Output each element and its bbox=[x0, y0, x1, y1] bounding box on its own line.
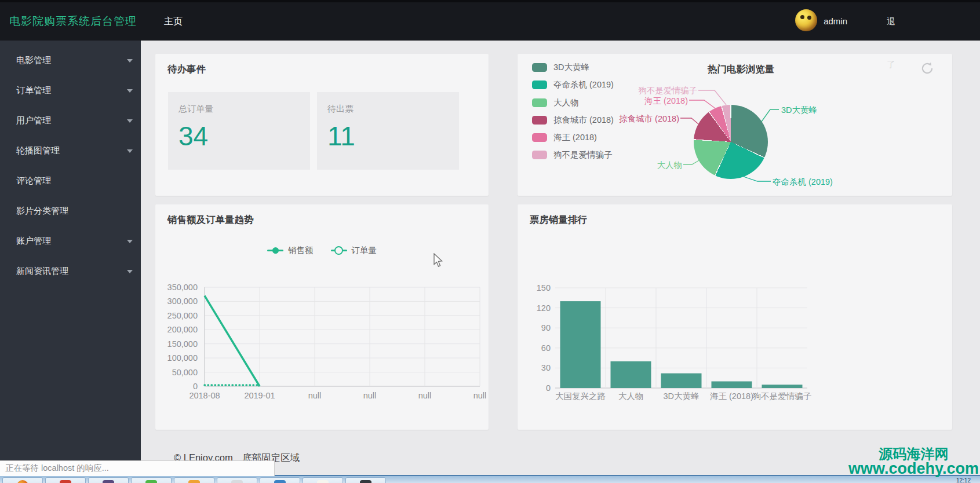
svg-text:30: 30 bbox=[541, 363, 551, 372]
nav-home-tab[interactable]: 主页 bbox=[164, 0, 183, 41]
chevron-down-icon bbox=[127, 119, 133, 123]
app-icon-green-glyph bbox=[145, 480, 157, 483]
legend-swatch bbox=[532, 116, 547, 125]
chevron-down-icon bbox=[127, 59, 133, 63]
svg-text:250,000: 250,000 bbox=[167, 311, 198, 320]
sidebar-item[interactable]: 用户管理 bbox=[0, 105, 141, 136]
todo-panel-title: 待办事件 bbox=[167, 63, 206, 76]
username: admin bbox=[824, 0, 847, 41]
bar-chart: 0306090120150大国复兴之路大人物3D大黄蜂海王 (2018)狗不是爱… bbox=[518, 204, 952, 430]
app-icon-red[interactable] bbox=[45, 477, 86, 483]
screen: 电影院购票系统后台管理 主页 admin 退了 电影管理订单管理用户管理轮播图管… bbox=[0, 0, 980, 483]
svg-text:300,000: 300,000 bbox=[167, 297, 198, 306]
legend-swatch bbox=[532, 80, 547, 89]
svg-text:0: 0 bbox=[546, 383, 551, 393]
stat-value: 11 bbox=[327, 120, 459, 152]
browser-icon[interactable] bbox=[2, 477, 43, 483]
box-office-panel: 票房销量排行 0306090120150大国复兴之路大人物3D大黄蜂海王 (20… bbox=[518, 204, 952, 430]
sidebar-item[interactable]: 订单管理 bbox=[0, 75, 141, 105]
sidebar-item[interactable]: 电影管理 bbox=[0, 45, 141, 75]
pie-legend-item[interactable]: 狗不是爱情骗子 bbox=[532, 151, 614, 159]
sidebar-item-label: 影片分类管理 bbox=[16, 206, 68, 215]
pie-legend-item[interactable]: 大人物 bbox=[532, 98, 614, 107]
legend-swatch bbox=[532, 133, 547, 142]
app-icon-dark-glyph bbox=[360, 480, 371, 483]
svg-text:大国复兴之路: 大国复兴之路 bbox=[555, 391, 606, 401]
svg-text:0: 0 bbox=[193, 382, 198, 391]
chevron-down-icon bbox=[127, 270, 133, 273]
pie-legend-item[interactable]: 3D大黄蜂 bbox=[532, 63, 614, 72]
sidebar-item[interactable]: 轮播图管理 bbox=[0, 136, 141, 166]
sidebar-item-label: 轮播图管理 bbox=[16, 145, 60, 155]
stat-value: 34 bbox=[178, 120, 310, 152]
svg-text:2019-01: 2019-01 bbox=[244, 391, 275, 400]
watermark-line2: www.codehy.com bbox=[848, 461, 979, 477]
app-icon-window-glyph bbox=[231, 480, 243, 483]
app-title: 电影院购票系统后台管理 bbox=[9, 0, 137, 41]
svg-text:90: 90 bbox=[541, 323, 551, 332]
svg-text:null: null bbox=[418, 391, 432, 400]
svg-text:海王 (2018): 海王 (2018) bbox=[710, 391, 753, 401]
watermark-line1: 源码海洋网 bbox=[848, 447, 979, 461]
browser-status-bar: 正在等待 localhost 的响应... bbox=[0, 460, 275, 476]
svg-text:3D大黄蜂: 3D大黄蜂 bbox=[663, 391, 699, 401]
top-navbar: 电影院购票系统后台管理 主页 admin 退了 bbox=[0, 0, 980, 41]
app-icon-dark[interactable] bbox=[345, 477, 386, 483]
app-icon-red-glyph bbox=[60, 480, 71, 483]
app-icon-window[interactable] bbox=[217, 477, 257, 483]
windows-taskbar: 12:12 bbox=[0, 475, 980, 483]
app-icon-purple[interactable] bbox=[88, 477, 129, 483]
browser-icon-glyph bbox=[17, 480, 28, 483]
sidebar-item-label: 评论管理 bbox=[16, 175, 51, 185]
sidebar-item[interactable]: 影片分类管理 bbox=[0, 196, 141, 226]
sidebar-item-label: 用户管理 bbox=[16, 115, 51, 125]
sales-trend-panel: 销售额及订单量趋势 销售额 订单量 050,000100,000150,0002… bbox=[155, 204, 489, 430]
stat-label: 待出票 bbox=[327, 104, 459, 115]
sidebar-item[interactable]: 新闻资讯管理 bbox=[0, 256, 141, 286]
logout-button[interactable]: 退了 bbox=[887, 0, 895, 41]
todo-panel: 待办事件 总订单量 34待出票 11 bbox=[155, 54, 489, 196]
status-text: 正在等待 localhost 的响应... bbox=[0, 461, 274, 475]
taskbar-icons bbox=[2, 477, 386, 483]
svg-text:350,000: 350,000 bbox=[167, 283, 198, 292]
chevron-down-icon bbox=[127, 89, 133, 93]
svg-text:60: 60 bbox=[541, 343, 551, 353]
sidebar-item-label: 新闻资讯管理 bbox=[16, 266, 68, 276]
pie-label: 掠食城市 (2018) bbox=[575, 114, 679, 125]
svg-text:大人物: 大人物 bbox=[618, 391, 644, 401]
pie-legend-item[interactable]: 夺命杀机 (2019) bbox=[532, 80, 614, 89]
sidebar-item-label: 电影管理 bbox=[16, 55, 51, 65]
pie-label: 3D大黄蜂 bbox=[781, 105, 817, 116]
svg-text:150,000: 150,000 bbox=[167, 339, 198, 349]
stat-card: 总订单量 34 bbox=[168, 92, 310, 170]
svg-text:狗不是爱情骗子: 狗不是爱情骗子 bbox=[753, 391, 812, 401]
sidebar-item[interactable]: 评论管理 bbox=[0, 166, 141, 196]
todo-stats: 总订单量 34待出票 11 bbox=[168, 92, 459, 170]
refresh-icon[interactable] bbox=[920, 61, 935, 76]
stat-card: 待出票 11 bbox=[317, 92, 459, 170]
stat-label: 总订单量 bbox=[178, 104, 310, 115]
avatar[interactable] bbox=[795, 9, 817, 31]
app-icon-blue[interactable] bbox=[260, 477, 300, 483]
pie-chart[interactable] bbox=[694, 105, 768, 179]
svg-text:null: null bbox=[363, 391, 377, 400]
svg-text:null: null bbox=[308, 391, 322, 400]
sidebar-item-label: 账户管理 bbox=[16, 236, 51, 246]
svg-text:50,000: 50,000 bbox=[172, 368, 198, 377]
svg-text:null: null bbox=[473, 391, 487, 400]
app-icon-orange-glyph bbox=[188, 480, 200, 483]
watermark: 源码海洋网 www.codehy.com bbox=[848, 447, 979, 477]
app-icon-orange[interactable] bbox=[174, 477, 214, 483]
app-icon-notepad[interactable] bbox=[303, 477, 343, 483]
svg-text:2018-08: 2018-08 bbox=[189, 391, 220, 400]
pie-label: 海王 (2018) bbox=[604, 96, 688, 107]
sidebar: 电影管理订单管理用户管理轮播图管理评论管理影片分类管理账户管理新闻资讯管理 bbox=[0, 41, 141, 460]
pie-legend-item[interactable]: 海王 (2018) bbox=[532, 133, 614, 142]
sidebar-item-label: 订单管理 bbox=[16, 85, 51, 95]
svg-text:200,000: 200,000 bbox=[167, 325, 198, 334]
legend-swatch bbox=[532, 98, 547, 107]
legend-swatch bbox=[532, 151, 547, 159]
app-icon-green[interactable] bbox=[131, 477, 172, 483]
chevron-down-icon bbox=[127, 149, 133, 153]
sidebar-item[interactable]: 账户管理 bbox=[0, 226, 141, 256]
